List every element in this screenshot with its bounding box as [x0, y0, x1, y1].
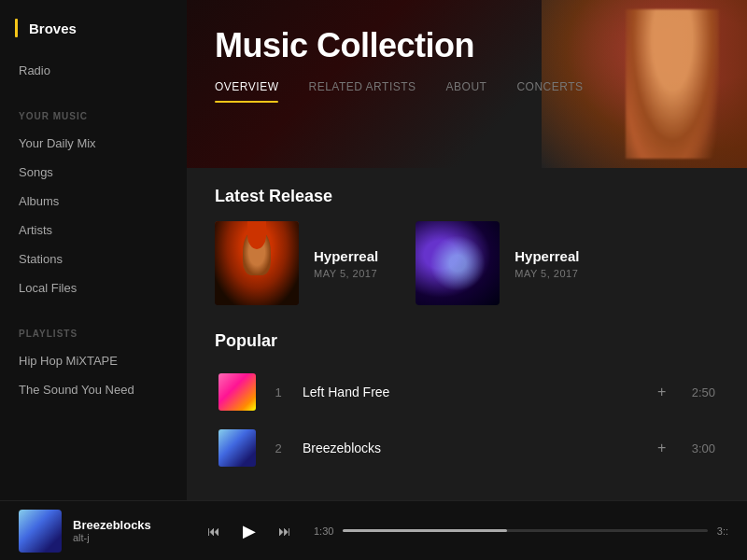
progress-bar[interactable]	[343, 529, 707, 532]
track-add-1[interactable]: +	[651, 384, 673, 400]
content-header: Music Collection OVERVIEW RELATED ARTIST…	[187, 0, 747, 168]
tabs-bar: OVERVIEW RELATED ARTISTS ABOUT CONCERTS	[187, 65, 747, 103]
now-playing-artist: alt-j	[73, 532, 166, 543]
track-add-2[interactable]: +	[651, 440, 673, 456]
header-info: Music Collection	[187, 0, 747, 65]
sidebar-item-albums[interactable]: Albums	[0, 187, 187, 216]
prev-button[interactable]: ⏮	[204, 520, 224, 542]
brand-name: Broves	[29, 21, 77, 36]
release-name-1: Hyperreal	[314, 248, 378, 264]
tab-overview[interactable]: OVERVIEW	[215, 80, 278, 103]
player-controls: ⏮ ▶ ⏭	[204, 517, 295, 545]
track-name-1: Left Hand Free	[303, 385, 643, 399]
progress-area: 1:30 3::	[314, 525, 728, 537]
sidebar-item-stations[interactable]: Stations	[0, 245, 187, 273]
sidebar-item-songs[interactable]: Songs	[0, 158, 187, 187]
now-playing-title: Breezeblocks	[73, 518, 166, 532]
sidebar-brand: Broves	[0, 19, 187, 56]
progress-fill	[343, 529, 507, 532]
next-icon: ⏭	[278, 524, 291, 539]
release-thumb-2	[416, 221, 500, 305]
track-thumb-2	[218, 429, 256, 467]
next-button[interactable]: ⏭	[275, 520, 295, 542]
now-playing-thumb	[19, 510, 62, 553]
now-playing-info: Breezeblocks alt-j	[73, 518, 166, 543]
your-music-label: YOUR MUSIC	[0, 94, 187, 129]
table-row[interactable]: 1 Left Hand Free + 2:50	[215, 366, 719, 418]
main-area: Broves Radio YOUR MUSIC Your Daily Mix S…	[0, 0, 747, 500]
sidebar-item-artists[interactable]: Artists	[0, 216, 187, 245]
sidebar-item-radio[interactable]: Radio	[0, 56, 187, 85]
release-date-1: MAY 5, 2017	[314, 268, 378, 279]
latest-release-title: Latest Release	[215, 187, 719, 206]
prev-icon: ⏮	[207, 524, 220, 539]
play-icon: ▶	[243, 521, 256, 541]
release-grid: Hyperreal MAY 5, 2017 Hyperreal MAY 5, 2…	[215, 221, 719, 305]
track-duration-1: 2:50	[673, 385, 715, 399]
app-container: Broves Radio YOUR MUSIC Your Daily Mix S…	[0, 0, 747, 560]
space-art	[416, 221, 500, 305]
popular-list: 1 Left Hand Free + 2:50 2 Breezeblocks +…	[215, 366, 719, 474]
warrior-art	[215, 221, 299, 305]
popular-title: Popular	[215, 331, 719, 351]
sidebar-item-hiphop[interactable]: Hip Hop MiXTAPE	[0, 346, 187, 375]
sidebar-item-sound[interactable]: The Sound You Need	[0, 375, 187, 404]
spacer-2	[0, 302, 187, 312]
track-number-2: 2	[269, 441, 288, 455]
sidebar-item-local-files[interactable]: Local Files	[0, 273, 187, 302]
current-time: 1:30	[314, 525, 333, 537]
sidebar: Broves Radio YOUR MUSIC Your Daily Mix S…	[0, 0, 187, 500]
spacer-1	[0, 85, 187, 94]
content-area: Music Collection OVERVIEW RELATED ARTIST…	[187, 0, 747, 500]
tab-concerts[interactable]: CONCERTS	[516, 80, 583, 103]
tab-related-artists[interactable]: RELATED ARTISTS	[308, 80, 416, 103]
release-card-2[interactable]: Hyperreal MAY 5, 2017	[416, 221, 579, 305]
release-date-2: MAY 5, 2017	[514, 268, 579, 279]
sidebar-item-daily-mix[interactable]: Your Daily Mix	[0, 129, 187, 158]
now-playing-bar: Breezeblocks alt-j ⏮ ▶ ⏭ 1:30 3::	[0, 500, 747, 560]
track-duration-2: 3:00	[673, 441, 715, 455]
release-name-2: Hyperreal	[514, 248, 579, 264]
release-info-2: Hyperreal MAY 5, 2017	[514, 248, 579, 279]
release-info-1: Hyperreal MAY 5, 2017	[314, 248, 378, 279]
total-time: 3::	[717, 525, 728, 537]
tab-about[interactable]: ABOUT	[446, 80, 487, 103]
track-name-2: Breezeblocks	[303, 441, 643, 455]
play-button[interactable]: ▶	[239, 517, 260, 545]
track-thumb-1	[218, 373, 256, 411]
track-number-1: 1	[269, 385, 288, 399]
page-title: Music Collection	[215, 26, 719, 65]
release-thumb-1	[215, 221, 299, 305]
playlists-label: PLAYLISTS	[0, 312, 187, 346]
table-row[interactable]: 2 Breezeblocks + 3:00	[215, 422, 719, 474]
release-card-1[interactable]: Hyperreal MAY 5, 2017	[215, 221, 378, 305]
content-scroll: Latest Release Hyperreal MAY 5, 2017	[187, 168, 747, 500]
brand-indicator	[15, 19, 18, 37]
